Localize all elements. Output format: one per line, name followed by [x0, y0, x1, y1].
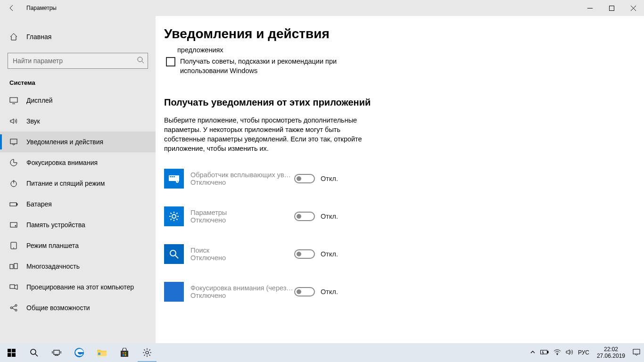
search-icon [137, 56, 144, 66]
maximize-button[interactable] [601, 0, 622, 16]
checkbox-icon[interactable] [166, 57, 175, 66]
sidebar-item-label: Уведомления и действия [26, 138, 103, 146]
svg-point-30 [172, 214, 176, 218]
app-row-focus-assist[interactable]: Фокусировка внимания (через… Отключено О… [164, 279, 644, 305]
section-label: Система [9, 79, 156, 86]
power-icon [9, 179, 18, 188]
toggle-switch[interactable] [294, 249, 315, 259]
toggle-label: Откл. [321, 213, 338, 220]
sidebar: Главная Система Дисплей Звук Уведомления… [0, 16, 156, 343]
system-tray: РУС 22:02 27.06.2019 [530, 343, 644, 362]
toggle-label: Откл. [321, 250, 338, 258]
sound-icon [9, 117, 18, 125]
svg-line-23 [12, 306, 15, 307]
sidebar-item-battery[interactable]: Батарея [0, 194, 156, 214]
home-button[interactable]: Главная [0, 27, 156, 46]
tray-wifi-icon[interactable] [553, 349, 561, 356]
svg-point-45 [31, 349, 36, 354]
sidebar-item-label: Режим планшета [26, 242, 79, 249]
search-button[interactable] [23, 343, 45, 362]
sidebar-item-focus[interactable]: Фокусировка внимания [0, 152, 156, 173]
app-icon [164, 282, 184, 302]
sidebar-item-label: Многозадачность [26, 263, 80, 270]
svg-point-22 [15, 309, 17, 311]
svg-line-40 [175, 255, 178, 258]
close-button[interactable] [622, 0, 644, 16]
svg-point-59 [146, 351, 149, 354]
sidebar-item-label: Питание и спящий режим [26, 180, 105, 187]
tablet-icon [9, 241, 18, 250]
svg-rect-13 [10, 222, 17, 227]
checkbox-tips[interactable]: Получать советы, подсказки и рекомендаци… [166, 57, 644, 75]
sidebar-item-sound[interactable]: Звук [0, 111, 156, 132]
svg-rect-11 [10, 203, 17, 206]
tray-power-icon[interactable] [540, 349, 549, 356]
sidebar-item-storage[interactable]: Память устройства [0, 214, 156, 235]
sidebar-item-tablet[interactable]: Режим планшета [0, 235, 156, 256]
sidebar-item-notifications[interactable]: Уведомления и действия [0, 132, 156, 152]
svg-rect-54 [121, 351, 128, 357]
back-button[interactable] [7, 3, 17, 13]
svg-rect-17 [10, 264, 13, 269]
toggle-label: Откл. [321, 288, 338, 296]
svg-point-4 [138, 57, 142, 62]
svg-point-39 [170, 250, 176, 256]
app-state: Отключено [190, 179, 294, 186]
app-name: Параметры [190, 209, 294, 216]
sidebar-item-multitask[interactable]: Многозадачность [0, 256, 156, 277]
multitask-icon [9, 262, 18, 271]
window-title: Параметры [26, 5, 57, 11]
tray-volume-icon[interactable] [566, 349, 573, 357]
taskbar-store[interactable] [113, 343, 136, 362]
svg-rect-43 [8, 353, 11, 357]
window-buttons [579, 0, 644, 16]
svg-rect-28 [173, 176, 175, 177]
tray-clock[interactable]: 22:02 27.06.2019 [597, 346, 625, 359]
app-state: Отключено [190, 292, 294, 299]
minimize-button[interactable] [579, 0, 601, 16]
taskbar-explorer[interactable] [91, 343, 113, 362]
svg-rect-57 [123, 354, 124, 356]
taskbar: РУС 22:02 27.06.2019 [0, 343, 644, 362]
toggle-label: Откл. [321, 175, 338, 182]
truncated-line: предложениях [177, 45, 347, 55]
app-row-popup-handler[interactable]: Обработчик всплывающих увед… Отключено О… [164, 165, 644, 192]
sidebar-item-power[interactable]: Питание и спящий режим [0, 173, 156, 194]
taskview-button[interactable] [45, 343, 68, 362]
tray-action-center-icon[interactable] [633, 348, 640, 357]
sidebar-item-display[interactable]: Дисплей [0, 90, 156, 111]
svg-rect-61 [547, 351, 548, 353]
app-row-search[interactable]: Поиск Отключено Откл. [164, 241, 644, 267]
svg-line-38 [176, 213, 177, 214]
tray-language[interactable]: РУС [578, 349, 589, 356]
svg-rect-26 [170, 176, 171, 177]
display-icon [9, 96, 18, 105]
page-title: Уведомления и действия [164, 26, 644, 41]
tray-overflow-icon[interactable] [530, 349, 536, 356]
svg-rect-47 [54, 350, 59, 354]
toggle-switch[interactable] [294, 174, 315, 183]
taskbar-edge[interactable] [68, 343, 91, 362]
svg-rect-56 [125, 352, 126, 354]
tray-time: 22:02 [597, 346, 625, 353]
app-row-settings[interactable]: Параметры Отключено Откл. [164, 203, 644, 230]
svg-point-21 [15, 304, 17, 306]
toggle-switch[interactable] [294, 212, 315, 221]
sidebar-item-shared[interactable]: Общие возможности [0, 297, 156, 318]
svg-line-35 [171, 213, 172, 214]
svg-rect-55 [123, 352, 124, 354]
toggle-switch[interactable] [294, 287, 315, 296]
section-description: Выберите приложение, чтобы просмотреть д… [164, 115, 362, 153]
content-pane: Уведомления и действия предложениях Полу… [156, 16, 644, 343]
sidebar-item-project[interactable]: Проецирование на этот компьютер [0, 277, 156, 297]
search-input[interactable] [8, 53, 148, 69]
svg-rect-27 [172, 176, 173, 177]
section-heading: Получать уведомления от этих приложений [164, 97, 644, 108]
svg-rect-8 [10, 139, 17, 144]
svg-point-20 [10, 307, 12, 309]
app-state: Отключено [190, 254, 294, 262]
taskbar-settings[interactable] [136, 343, 158, 362]
sidebar-item-label: Дисплей [26, 97, 53, 104]
start-button[interactable] [0, 343, 23, 362]
search-box[interactable] [8, 53, 148, 69]
